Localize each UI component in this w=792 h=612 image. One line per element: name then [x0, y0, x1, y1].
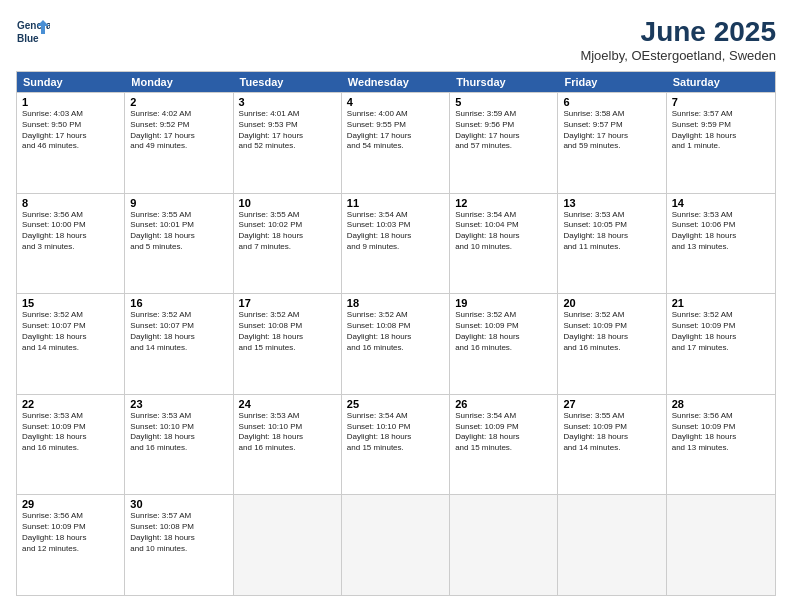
day-number: 1 [22, 96, 119, 108]
calendar-body: 1Sunrise: 4:03 AM Sunset: 9:50 PM Daylig… [17, 92, 775, 595]
svg-text:Blue: Blue [17, 33, 39, 44]
calendar-cell: 24Sunrise: 3:53 AM Sunset: 10:10 PM Dayl… [234, 395, 342, 495]
day-info: Sunrise: 3:54 AM Sunset: 10:09 PM Daylig… [455, 411, 552, 454]
header-day-tuesday: Tuesday [234, 72, 342, 92]
calendar-cell: 7Sunrise: 3:57 AM Sunset: 9:59 PM Daylig… [667, 93, 775, 193]
header-day-saturday: Saturday [667, 72, 775, 92]
logo: General Blue [16, 16, 50, 50]
calendar-cell: 25Sunrise: 3:54 AM Sunset: 10:10 PM Dayl… [342, 395, 450, 495]
day-number: 24 [239, 398, 336, 410]
calendar-cell: 29Sunrise: 3:56 AM Sunset: 10:09 PM Dayl… [17, 495, 125, 595]
calendar-cell [450, 495, 558, 595]
day-info: Sunrise: 3:54 AM Sunset: 10:10 PM Daylig… [347, 411, 444, 454]
day-info: Sunrise: 3:55 AM Sunset: 10:02 PM Daylig… [239, 210, 336, 253]
day-number: 19 [455, 297, 552, 309]
calendar-row-4: 29Sunrise: 3:56 AM Sunset: 10:09 PM Dayl… [17, 494, 775, 595]
day-info: Sunrise: 3:56 AM Sunset: 10:09 PM Daylig… [22, 511, 119, 554]
header-day-monday: Monday [125, 72, 233, 92]
calendar-cell: 16Sunrise: 3:52 AM Sunset: 10:07 PM Dayl… [125, 294, 233, 394]
day-number: 21 [672, 297, 770, 309]
day-number: 2 [130, 96, 227, 108]
day-number: 20 [563, 297, 660, 309]
day-number: 6 [563, 96, 660, 108]
calendar-cell: 3Sunrise: 4:01 AM Sunset: 9:53 PM Daylig… [234, 93, 342, 193]
day-info: Sunrise: 3:54 AM Sunset: 10:04 PM Daylig… [455, 210, 552, 253]
calendar-cell: 10Sunrise: 3:55 AM Sunset: 10:02 PM Dayl… [234, 194, 342, 294]
calendar-cell: 12Sunrise: 3:54 AM Sunset: 10:04 PM Dayl… [450, 194, 558, 294]
day-info: Sunrise: 3:53 AM Sunset: 10:10 PM Daylig… [130, 411, 227, 454]
calendar-cell [342, 495, 450, 595]
day-number: 30 [130, 498, 227, 510]
day-info: Sunrise: 3:52 AM Sunset: 10:09 PM Daylig… [455, 310, 552, 353]
calendar-cell [234, 495, 342, 595]
day-number: 28 [672, 398, 770, 410]
calendar-cell: 17Sunrise: 3:52 AM Sunset: 10:08 PM Dayl… [234, 294, 342, 394]
day-number: 13 [563, 197, 660, 209]
calendar-cell: 15Sunrise: 3:52 AM Sunset: 10:07 PM Dayl… [17, 294, 125, 394]
calendar-row-1: 8Sunrise: 3:56 AM Sunset: 10:00 PM Dayli… [17, 193, 775, 294]
calendar-cell: 20Sunrise: 3:52 AM Sunset: 10:09 PM Dayl… [558, 294, 666, 394]
day-info: Sunrise: 4:01 AM Sunset: 9:53 PM Dayligh… [239, 109, 336, 152]
calendar-cell: 1Sunrise: 4:03 AM Sunset: 9:50 PM Daylig… [17, 93, 125, 193]
day-info: Sunrise: 4:00 AM Sunset: 9:55 PM Dayligh… [347, 109, 444, 152]
calendar-cell: 9Sunrise: 3:55 AM Sunset: 10:01 PM Dayli… [125, 194, 233, 294]
header-day-friday: Friday [558, 72, 666, 92]
day-number: 16 [130, 297, 227, 309]
header-day-wednesday: Wednesday [342, 72, 450, 92]
day-number: 23 [130, 398, 227, 410]
day-info: Sunrise: 3:55 AM Sunset: 10:09 PM Daylig… [563, 411, 660, 454]
header: General Blue June 2025 Mjoelby, OEstergo… [16, 16, 776, 63]
day-number: 29 [22, 498, 119, 510]
title-block: June 2025 Mjoelby, OEstergoetland, Swede… [580, 16, 776, 63]
calendar-cell [667, 495, 775, 595]
header-day-thursday: Thursday [450, 72, 558, 92]
day-number: 3 [239, 96, 336, 108]
day-info: Sunrise: 4:03 AM Sunset: 9:50 PM Dayligh… [22, 109, 119, 152]
calendar-row-3: 22Sunrise: 3:53 AM Sunset: 10:09 PM Dayl… [17, 394, 775, 495]
calendar-cell: 26Sunrise: 3:54 AM Sunset: 10:09 PM Dayl… [450, 395, 558, 495]
day-info: Sunrise: 3:52 AM Sunset: 10:08 PM Daylig… [239, 310, 336, 353]
day-number: 15 [22, 297, 119, 309]
day-number: 12 [455, 197, 552, 209]
subtitle: Mjoelby, OEstergoetland, Sweden [580, 48, 776, 63]
calendar-cell [558, 495, 666, 595]
calendar-cell: 5Sunrise: 3:59 AM Sunset: 9:56 PM Daylig… [450, 93, 558, 193]
day-number: 8 [22, 197, 119, 209]
day-info: Sunrise: 3:53 AM Sunset: 10:06 PM Daylig… [672, 210, 770, 253]
day-info: Sunrise: 3:57 AM Sunset: 10:08 PM Daylig… [130, 511, 227, 554]
calendar-cell: 23Sunrise: 3:53 AM Sunset: 10:10 PM Dayl… [125, 395, 233, 495]
day-number: 4 [347, 96, 444, 108]
day-number: 25 [347, 398, 444, 410]
day-info: Sunrise: 3:52 AM Sunset: 10:09 PM Daylig… [563, 310, 660, 353]
logo-icon: General Blue [16, 16, 50, 50]
calendar-row-0: 1Sunrise: 4:03 AM Sunset: 9:50 PM Daylig… [17, 92, 775, 193]
calendar-row-2: 15Sunrise: 3:52 AM Sunset: 10:07 PM Dayl… [17, 293, 775, 394]
calendar-cell: 4Sunrise: 4:00 AM Sunset: 9:55 PM Daylig… [342, 93, 450, 193]
calendar-cell: 22Sunrise: 3:53 AM Sunset: 10:09 PM Dayl… [17, 395, 125, 495]
page: General Blue June 2025 Mjoelby, OEstergo… [0, 0, 792, 612]
day-number: 11 [347, 197, 444, 209]
day-number: 9 [130, 197, 227, 209]
day-info: Sunrise: 3:53 AM Sunset: 10:09 PM Daylig… [22, 411, 119, 454]
day-info: Sunrise: 3:55 AM Sunset: 10:01 PM Daylig… [130, 210, 227, 253]
day-info: Sunrise: 3:58 AM Sunset: 9:57 PM Dayligh… [563, 109, 660, 152]
calendar-cell: 30Sunrise: 3:57 AM Sunset: 10:08 PM Dayl… [125, 495, 233, 595]
month-title: June 2025 [580, 16, 776, 48]
day-info: Sunrise: 3:52 AM Sunset: 10:08 PM Daylig… [347, 310, 444, 353]
calendar-cell: 27Sunrise: 3:55 AM Sunset: 10:09 PM Dayl… [558, 395, 666, 495]
day-info: Sunrise: 3:52 AM Sunset: 10:07 PM Daylig… [22, 310, 119, 353]
calendar-cell: 2Sunrise: 4:02 AM Sunset: 9:52 PM Daylig… [125, 93, 233, 193]
day-info: Sunrise: 3:59 AM Sunset: 9:56 PM Dayligh… [455, 109, 552, 152]
day-info: Sunrise: 3:52 AM Sunset: 10:07 PM Daylig… [130, 310, 227, 353]
day-number: 10 [239, 197, 336, 209]
day-info: Sunrise: 3:54 AM Sunset: 10:03 PM Daylig… [347, 210, 444, 253]
day-number: 22 [22, 398, 119, 410]
day-number: 27 [563, 398, 660, 410]
day-info: Sunrise: 3:56 AM Sunset: 10:00 PM Daylig… [22, 210, 119, 253]
calendar-cell: 14Sunrise: 3:53 AM Sunset: 10:06 PM Dayl… [667, 194, 775, 294]
calendar-cell: 19Sunrise: 3:52 AM Sunset: 10:09 PM Dayl… [450, 294, 558, 394]
calendar-cell: 28Sunrise: 3:56 AM Sunset: 10:09 PM Dayl… [667, 395, 775, 495]
day-number: 5 [455, 96, 552, 108]
calendar-cell: 13Sunrise: 3:53 AM Sunset: 10:05 PM Dayl… [558, 194, 666, 294]
calendar-cell: 21Sunrise: 3:52 AM Sunset: 10:09 PM Dayl… [667, 294, 775, 394]
